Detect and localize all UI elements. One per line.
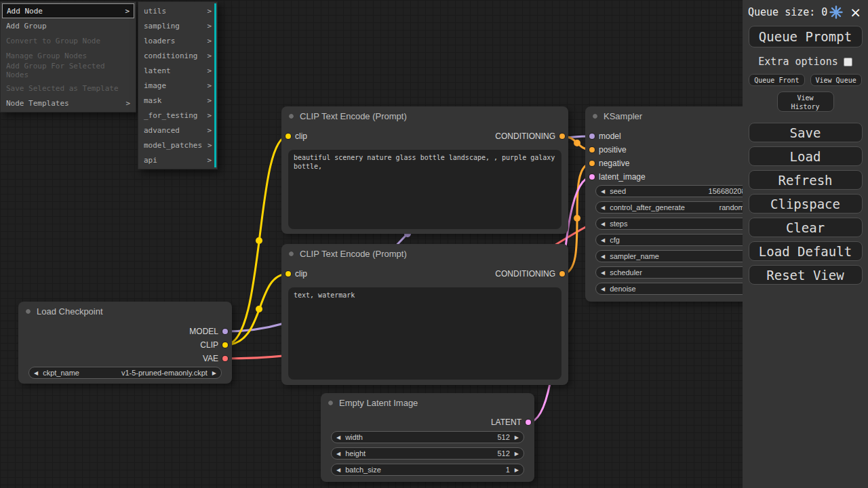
node-empty-latent-image[interactable]: Empty Latent Image LATENT ◀ width 512 ▶ … xyxy=(321,393,534,482)
increment-arrow-icon[interactable]: ▶ xyxy=(515,451,519,457)
load-button[interactable]: Load xyxy=(749,146,863,166)
submenu-arrow-icon: > xyxy=(207,52,212,60)
submenu-item-advanced[interactable]: advanced > xyxy=(140,123,216,138)
submenu-arrow-icon: > xyxy=(207,156,212,165)
submenu-arrow-icon: > xyxy=(207,81,212,90)
queue-prompt-button[interactable]: Queue Prompt xyxy=(749,26,863,47)
decrement-arrow-icon[interactable]: ◀ xyxy=(601,205,605,211)
reset-view-button[interactable]: Reset View xyxy=(749,265,863,285)
submenu-item-utils[interactable]: utils > xyxy=(140,3,216,18)
node-clip-text-encode-2[interactable]: CLIP Text Encode (Prompt) clip CONDITION… xyxy=(281,244,568,385)
collapse-dot-icon[interactable] xyxy=(288,251,294,257)
widget-ckpt-name[interactable]: ◀ ckpt_name v1-5-pruned-emaonly.ckpt ▶ xyxy=(28,367,222,379)
close-icon[interactable]: × xyxy=(850,7,861,18)
node-load-checkpoint[interactable]: Load Checkpoint MODEL CLIP VAE ◀ ckpt_na… xyxy=(18,302,232,384)
queue-front-button[interactable]: Queue Front xyxy=(749,74,804,86)
submenu-arrow-icon: > xyxy=(207,66,212,75)
increment-arrow-icon[interactable]: ▶ xyxy=(515,434,519,441)
menu-item-label: Manage Group Nodes xyxy=(6,52,87,60)
submenu-item-model-patches[interactable]: model_patches > xyxy=(140,138,216,152)
widget-value: 512 xyxy=(497,433,509,441)
submenu-item-loaders[interactable]: loaders > xyxy=(140,33,216,48)
input-label: model xyxy=(599,131,621,141)
menu-item-node-templates[interactable]: Node Templates > xyxy=(2,96,134,110)
collapse-dot-icon[interactable] xyxy=(592,113,598,119)
collapse-dot-icon[interactable] xyxy=(25,308,31,314)
submenu-item-conditioning[interactable]: conditioning > xyxy=(140,48,216,63)
view-history-label-line2: History xyxy=(791,103,819,110)
output-port-vae[interactable] xyxy=(222,356,228,361)
decrement-arrow-icon[interactable]: ◀ xyxy=(601,253,605,260)
collapse-dot-icon[interactable] xyxy=(328,400,334,406)
submenu-arrow-icon: > xyxy=(207,111,212,120)
node-clip-text-encode-1[interactable]: CLIP Text Encode (Prompt) clip CONDITION… xyxy=(281,106,568,234)
node-header[interactable]: CLIP Text Encode (Prompt) xyxy=(281,244,568,263)
menu-item-add-group[interactable]: Add Group xyxy=(2,18,134,33)
output-label: LATENT xyxy=(491,418,521,427)
submenu-item-sampling[interactable]: sampling > xyxy=(140,18,216,33)
input-port-clip[interactable] xyxy=(285,134,291,139)
decrement-arrow-icon[interactable]: ◀ xyxy=(601,270,605,276)
input-port-latent-image[interactable] xyxy=(589,174,595,180)
input-port-model[interactable] xyxy=(589,134,595,139)
collapse-dot-icon[interactable] xyxy=(288,113,294,119)
save-button[interactable]: Save xyxy=(749,123,863,142)
decrement-arrow-icon[interactable]: ◀ xyxy=(601,188,605,195)
view-queue-button[interactable]: View Queue xyxy=(810,74,862,86)
link-midpoint-dot xyxy=(574,140,580,146)
decrement-arrow-icon[interactable]: ◀ xyxy=(336,467,340,473)
node-title: CLIP Text Encode (Prompt) xyxy=(300,249,407,259)
submenu-item-mask[interactable]: mask > xyxy=(140,93,216,108)
input-port-clip[interactable] xyxy=(285,271,291,277)
negative-prompt-textarea[interactable]: text, watermark xyxy=(288,287,561,380)
submenu-item-for-testing[interactable]: _for_testing > xyxy=(140,108,216,123)
decrement-arrow-icon[interactable]: ◀ xyxy=(336,434,340,441)
widget-height[interactable]: ◀ height 512 ▶ xyxy=(331,447,524,460)
input-label: negative xyxy=(599,159,629,168)
extra-options-checkbox[interactable] xyxy=(844,58,852,66)
node-header[interactable]: Empty Latent Image xyxy=(321,393,534,412)
increment-arrow-icon[interactable]: ▶ xyxy=(515,467,519,473)
link-midpoint-dot xyxy=(256,306,262,312)
output-port-latent[interactable] xyxy=(526,420,531,425)
widget-value: v1-5-pruned-emaonly.ckpt xyxy=(121,369,208,377)
settings-gear-icon[interactable] xyxy=(829,5,843,19)
input-port-positive[interactable] xyxy=(589,147,595,152)
submenu-arrow-icon: > xyxy=(207,96,212,105)
output-port-conditioning[interactable] xyxy=(559,134,565,139)
submenu-item-api[interactable]: api > xyxy=(140,152,216,167)
output-port-model[interactable] xyxy=(222,329,228,334)
menu-item-label: image xyxy=(144,81,166,90)
menu-item-add-node[interactable]: Add Node > xyxy=(2,3,134,18)
decrement-arrow-icon[interactable]: ◀ xyxy=(601,221,605,227)
node-header[interactable]: Load Checkpoint xyxy=(18,302,232,321)
menu-item-label: latent xyxy=(144,66,171,75)
prev-option-arrow-icon[interactable]: ◀ xyxy=(34,370,38,376)
clear-button[interactable]: Clear xyxy=(749,218,863,237)
input-port-negative[interactable] xyxy=(589,161,595,166)
node-header[interactable]: CLIP Text Encode (Prompt) xyxy=(281,106,568,125)
submenu-scrollbar[interactable] xyxy=(214,3,216,167)
context-menu: Add Node > Add Group Convert to Group No… xyxy=(0,1,136,113)
output-port-clip[interactable] xyxy=(222,342,228,348)
decrement-arrow-icon[interactable]: ◀ xyxy=(601,237,605,243)
next-option-arrow-icon[interactable]: ▶ xyxy=(212,370,216,376)
widget-width[interactable]: ◀ width 512 ▶ xyxy=(331,431,524,443)
submenu-item-latent[interactable]: latent > xyxy=(140,63,216,78)
node-title: CLIP Text Encode (Prompt) xyxy=(300,111,407,121)
output-port-conditioning[interactable] xyxy=(559,271,565,277)
decrement-arrow-icon[interactable]: ◀ xyxy=(601,286,605,292)
submenu-item-image[interactable]: image > xyxy=(140,78,216,93)
link-midpoint-dot xyxy=(256,237,262,244)
widget-batch-size[interactable]: ◀ batch_size 1 ▶ xyxy=(331,464,524,476)
decrement-arrow-icon[interactable]: ◀ xyxy=(336,451,340,457)
menu-item-label: sampling xyxy=(144,22,180,30)
widget-label: cfg xyxy=(610,236,620,244)
refresh-button[interactable]: Refresh xyxy=(749,170,863,190)
prompt-textarea[interactable]: beautiful scenery nature glass bottle la… xyxy=(288,150,561,229)
view-history-button[interactable]: View History xyxy=(777,92,834,112)
submenu-arrow-icon: > xyxy=(207,37,212,45)
load-default-button[interactable]: Load Default xyxy=(749,241,863,261)
clipspace-button[interactable]: Clipspace xyxy=(749,194,863,214)
menu-item-label: utils xyxy=(144,7,166,16)
